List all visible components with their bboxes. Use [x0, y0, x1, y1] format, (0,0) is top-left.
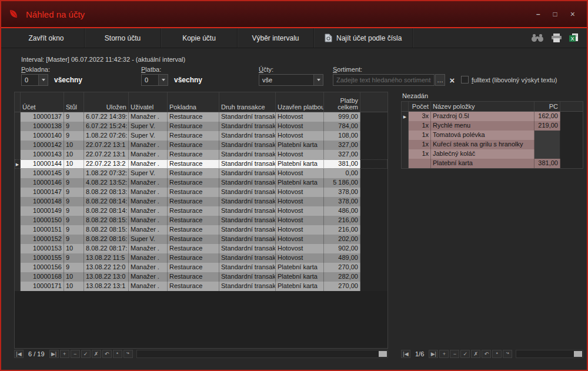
uzivatel-cell: Manažer . — [129, 263, 168, 272]
table-row[interactable]: 1000014998.08.22 08:14:Manažer .Restaura… — [15, 206, 387, 216]
row-filler — [560, 140, 583, 149]
table-row[interactable]: 1000014694.08.22 13:52:Manažer .Restaura… — [15, 178, 387, 188]
table-row[interactable]: 1000013896.07.22 15:24:Super V.Restaurac… — [15, 122, 387, 131]
storno-button[interactable]: Storno účtu — [85, 28, 161, 48]
table-row[interactable]: 100001681013.08.22 13:0Manažer .Restaura… — [15, 272, 387, 282]
scrollbar-thumb[interactable] — [379, 351, 387, 357]
accounts-first-record-button[interactable]: |◀ — [14, 350, 24, 358]
chevron-down-icon[interactable] — [158, 75, 168, 85]
table-row[interactable]: 1000014798.08.22 08:13:Manažer .Restaura… — [15, 188, 387, 197]
find-account-button[interactable]: Najít účet podle čísla — [314, 28, 413, 48]
interval-label: Interval: [Master] 06.07.2022 11:42:32 -… — [21, 56, 185, 63]
column-header-pc[interactable]: PC — [534, 102, 560, 111]
table-row[interactable]: 1000014091.08.22 07:26:Super V.Restaurac… — [15, 131, 387, 141]
table-row[interactable]: 1000014898.08.22 08:14:Manažer .Restaura… — [15, 197, 387, 206]
platba-summary-text: všechny — [174, 76, 202, 84]
items-post-edit-button[interactable]: ✓ — [460, 350, 470, 358]
header-indicator-cell — [402, 102, 409, 111]
accounts-insert-record-button[interactable]: + — [60, 350, 69, 358]
accounts-delete-record-button[interactable]: − — [71, 350, 80, 358]
minimize-icon[interactable] — [536, 11, 540, 18]
chevron-down-icon[interactable] — [38, 75, 48, 85]
pokladna-cell: Restaurace — [168, 169, 219, 178]
items-refresh-button[interactable]: ↶ — [482, 350, 491, 358]
maximize-icon[interactable] — [553, 11, 557, 18]
fulltext-checkbox[interactable] — [461, 76, 469, 83]
druh-cell: Standardní transakc — [219, 112, 276, 122]
column-header-ulozen[interactable]: Uložen — [84, 92, 129, 112]
items-horizontal-scrollbar[interactable] — [516, 350, 583, 358]
close-icon[interactable] — [570, 10, 575, 18]
uzavren-cell: Hotovost — [276, 169, 324, 178]
list-item[interactable]: 1xRychlé menu219,00 — [402, 121, 583, 131]
items-first-record-button[interactable]: |◀ — [401, 350, 410, 358]
accounts-refresh-button[interactable]: ↶ — [102, 350, 112, 358]
table-row[interactable]: 100001421022.07.22 13:1Manažer .Restaura… — [15, 141, 387, 150]
table-row[interactable]: 1000014591.08.22 07:32:Super V.Restaurac… — [15, 169, 387, 178]
column-header-platby[interactable]: Platby celkem — [324, 92, 360, 112]
accounts-horizontal-scrollbar[interactable] — [136, 350, 388, 358]
stul-cell: 9 — [64, 178, 84, 188]
pokladna-cell: Restaurace — [168, 178, 219, 188]
list-item[interactable]: 1xKuřecí steak na grilu s hranolky — [402, 140, 583, 149]
pocet-cell: 1x — [409, 131, 431, 140]
list-item[interactable]: 1xJablečný koláč — [402, 149, 583, 159]
items-goto-bookmark-button[interactable]: '* — [503, 350, 512, 358]
close-window-button[interactable]: Zavřít okno — [8, 28, 85, 48]
uzavren-cell: Hotovost — [276, 150, 324, 159]
interval-select-button[interactable]: Výběr intervalu — [238, 28, 314, 48]
copy-account-button[interactable]: Kopie účtu — [161, 28, 238, 48]
binoculars-icon[interactable] — [531, 34, 544, 42]
stul-cell: 10 — [64, 244, 84, 253]
column-header-uzavren[interactable]: Uzavřen platbou — [276, 92, 324, 112]
uzavren-cell: Platební karta — [276, 282, 324, 291]
table-row[interactable]: 100001711013.08.22 13:1Manažer .Restaura… — [15, 282, 387, 291]
platba-select[interactable]: 0 — [141, 74, 168, 86]
excel-export-icon[interactable]: X — [569, 34, 579, 42]
accounts-navigator: |◀6 / 19▶|+−✓✗↶*'* — [14, 349, 388, 359]
column-header-pokladna[interactable]: Pokladna — [168, 92, 219, 112]
table-row[interactable]: 1000015298.08.22 08:16:Super V.Restaurac… — [15, 235, 387, 244]
items-delete-record-button[interactable]: − — [450, 350, 459, 358]
column-header-druh[interactable]: Druh transakce — [219, 92, 276, 112]
chevron-down-icon[interactable] — [313, 75, 323, 85]
scrollbar-thumb[interactable] — [574, 351, 582, 357]
row-filler — [360, 159, 387, 169]
table-row[interactable]: 10000156913.08.22 12:0Manažer .Restaurac… — [15, 263, 387, 272]
table-row[interactable]: 1000013796.07.22 14:39:Manažer .Restaura… — [15, 112, 387, 122]
ulozen-cell: 22.07.22 13:2 — [84, 159, 129, 169]
list-item[interactable]: ▶3xPrazdroj 0.5l162,00 — [402, 112, 583, 121]
table-row[interactable]: 10000153108.08.22 08:17:Manažer .Restaur… — [15, 244, 387, 253]
items-last-record-button[interactable]: ▶| — [429, 350, 438, 358]
column-header-ucet[interactable]: Účet — [21, 92, 64, 112]
stul-cell: 9 — [64, 112, 84, 122]
sortiment-browse-button[interactable]: … — [435, 74, 445, 86]
column-header-nazev[interactable]: Název položky — [431, 102, 534, 111]
items-save-bookmark-button[interactable]: * — [492, 350, 502, 358]
table-row[interactable]: 100001431022.07.22 13:1Manažer .Restaura… — [15, 150, 387, 159]
table-row[interactable]: 1000015098.08.22 08:15:Manažer .Restaura… — [15, 216, 387, 225]
list-item[interactable]: Platební karta381,00 — [402, 159, 583, 168]
sortiment-clear-icon[interactable]: × — [446, 74, 458, 86]
accounts-post-edit-button[interactable]: ✓ — [81, 350, 91, 358]
column-header-stul[interactable]: Stůl — [64, 92, 84, 112]
column-header-pocet[interactable]: Počet — [409, 102, 431, 111]
table-row[interactable]: 10000155913.08.22 11:5Manažer .Restaurac… — [15, 253, 387, 263]
uzivatel-cell: Manažer . — [129, 253, 168, 263]
accounts-last-record-button[interactable]: ▶| — [49, 350, 59, 358]
items-cancel-edit-button[interactable]: ✗ — [471, 350, 480, 358]
items-grid-header: PočetNázev položkyPC — [402, 102, 583, 112]
printer-icon[interactable] — [551, 34, 562, 42]
items-insert-record-button[interactable]: + — [439, 350, 449, 358]
sortiment-search-input[interactable] — [333, 74, 435, 86]
accounts-save-bookmark-button[interactable]: * — [113, 350, 122, 358]
list-item[interactable]: 1xTomatová polévka — [402, 131, 583, 140]
table-row[interactable]: ▶100001441022.07.22 13:2Manažer .Restaur… — [15, 159, 387, 169]
uzavren-cell: Hotovost — [276, 197, 324, 206]
column-header-uzivatel[interactable]: Uživatel — [129, 92, 168, 112]
accounts-cancel-edit-button[interactable]: ✗ — [92, 350, 101, 358]
ucty-select[interactable]: vše — [259, 74, 323, 86]
accounts-goto-bookmark-button[interactable]: '* — [123, 350, 133, 358]
table-row[interactable]: 1000015198.08.22 08:15:Manažer .Restaura… — [15, 225, 387, 235]
pokladna-select[interactable]: 0 — [21, 74, 48, 86]
